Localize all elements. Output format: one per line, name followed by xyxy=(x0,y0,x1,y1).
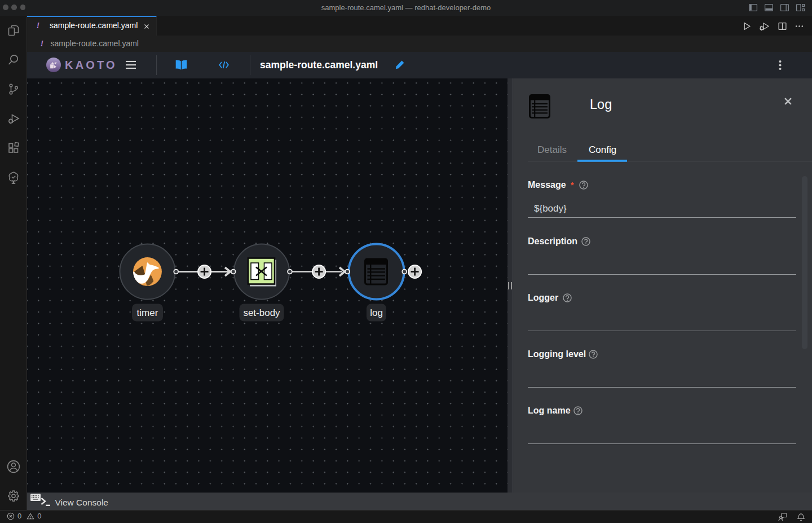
svg-text:log: log xyxy=(370,307,383,318)
svg-text:set-body: set-body xyxy=(243,307,280,318)
svg-text:timer: timer xyxy=(137,307,158,318)
